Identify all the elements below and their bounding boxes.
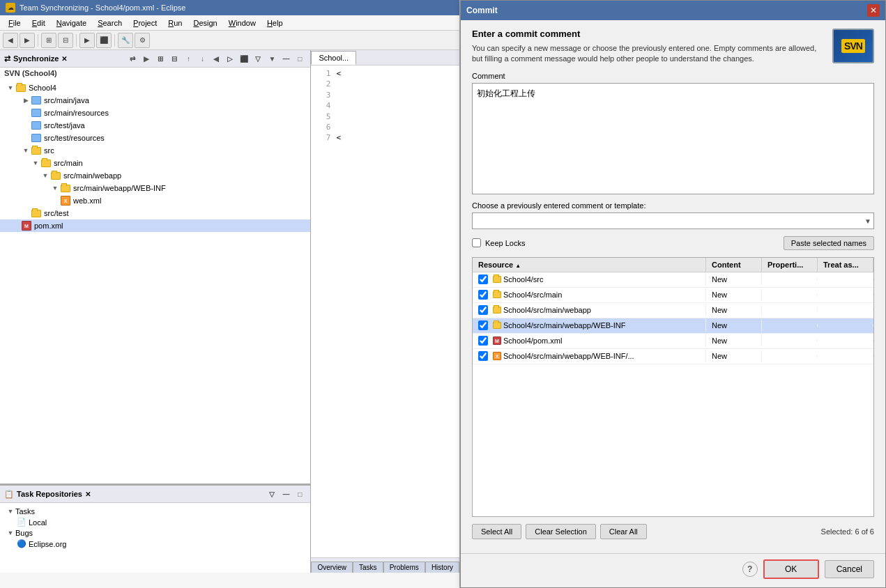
menu-help[interactable]: Help [261,17,289,29]
table-row[interactable]: X School4/src/main/webapp/WEB-INF/... Ne… [473,349,873,364]
menu-file[interactable]: File [3,17,26,29]
tree-folder-icon-st [31,208,42,219]
tree-item-src-main[interactable]: ▼ src/main [0,157,310,169]
template-dropdown[interactable] [472,212,874,229]
tree-toggle-src[interactable]: ▼ [21,146,31,155]
toolbar-btn-2[interactable]: ▶ [20,33,35,48]
task-item-bugs[interactable]: ▼ Bugs [3,527,307,539]
cancel-button[interactable]: Cancel [825,560,874,578]
keep-locks-label[interactable]: Keep Locks [472,238,525,247]
row4-checkbox[interactable] [478,320,488,330]
sync-toolbar-collapse[interactable]: ▽ [252,52,264,65]
sync-toolbar-min[interactable]: — [280,52,292,65]
sync-toolbar-btn3[interactable]: ⊞ [154,52,167,65]
tree-item-src-test-res[interactable]: src/test/resources [0,132,310,144]
clear-all-button[interactable]: Clear All [600,524,647,539]
table-row[interactable]: School4/src/main New [473,288,873,303]
task-toggle-bugs[interactable]: ▼ [6,528,15,538]
tree-item-src-test[interactable]: src/test [0,207,310,219]
tree-folder-icon-webapp [50,170,61,181]
row2-folder-icon [493,291,501,298]
menu-project[interactable]: Project [128,17,162,29]
table-row[interactable]: School4/src New [473,272,873,288]
toolbar-btn-7[interactable]: 🔧 [118,33,133,48]
row5-checkbox[interactable] [478,336,488,346]
toolbar-btn-1[interactable]: ◀ [3,33,18,48]
tree-item-src-test-java[interactable]: src/test/java [0,119,310,132]
sync-tree-view[interactable]: ▼ School4 ▶ src/main/java src/main/resou… [0,79,310,483]
table-row[interactable]: School4/src/main/webapp/WEB-INF New [473,318,873,334]
sync-close-btn[interactable]: ✕ [61,55,67,63]
sync-toolbar-btn1[interactable]: ⇄ [126,52,139,65]
sync-toolbar-menu[interactable]: ▼ [266,52,278,65]
task-icon-local: 📄 [17,518,26,527]
table-row[interactable]: School4/src/main/webapp New [473,303,873,318]
task-repo-btn1[interactable]: ▽ [266,488,278,500]
toolbar-btn-5[interactable]: ▶ [79,33,95,48]
tree-item-webapp[interactable]: ▼ src/main/webapp [0,169,310,182]
toolbar-btn-4[interactable]: ⊟ [58,33,73,48]
tree-toggle-sm[interactable]: ▼ [31,158,40,168]
task-icon-eclipse: 🔵 [17,539,26,548]
menu-run[interactable]: Run [162,17,188,29]
sync-toolbar-btn5[interactable]: ↑ [182,52,194,65]
ok-button[interactable]: OK [763,559,819,579]
toolbar-btn-3[interactable]: ⊞ [41,33,56,48]
task-repo-tree[interactable]: ▼ Tasks 📄 Local ▼ Bugs 🔵 Eclipse.org [0,503,310,573]
tree-toggle-webapp[interactable]: ▼ [40,171,50,180]
tab-history[interactable]: History [425,562,459,573]
task-repo-btn2[interactable]: — [280,488,292,500]
select-all-button[interactable]: Select All [472,524,521,539]
menu-edit[interactable]: Edit [26,17,51,29]
tree-toggle-smj[interactable]: ▶ [21,95,31,105]
tree-toggle-school4[interactable]: ▼ [6,83,15,93]
eclipse-titlebar: ☁ Team Synchronizing - School4/pom.xml -… [0,0,459,15]
task-toggle-tasks[interactable]: ▼ [6,506,15,516]
editor-tab-school[interactable]: School... [311,51,356,65]
tree-item-src[interactable]: ▼ src [0,144,310,157]
task-repo-close[interactable]: ✕ [85,490,91,498]
sync-toolbar-btn4[interactable]: ⊟ [168,52,181,65]
clear-selection-button[interactable]: Clear Selection [526,524,596,539]
tab-problems[interactable]: Problems [383,562,425,573]
tree-item-src-main-java[interactable]: ▶ src/main/java [0,94,310,107]
dialog-close-button[interactable]: ✕ [867,4,880,17]
task-repo-btn3[interactable]: □ [293,488,306,500]
paste-selected-names-button[interactable]: Paste selected names [784,236,874,250]
task-item-tasks[interactable]: ▼ Tasks [3,506,307,517]
menu-navigate[interactable]: Navigate [51,17,92,29]
help-button[interactable]: ? [742,562,758,577]
toolbar-btn-8[interactable]: ⚙ [135,33,150,48]
sync-toolbar-btn7[interactable]: ◀ [210,52,222,65]
row1-checkbox[interactable] [478,274,488,284]
sync-toolbar-btn8[interactable]: ▷ [224,52,236,65]
task-item-local[interactable]: 📄 Local [3,517,307,527]
tree-label-pom: pom.xml [34,222,63,230]
sync-toolbar-btn9[interactable]: ⬛ [238,52,250,65]
menu-window[interactable]: Window [223,17,261,29]
tree-toggle-webinf[interactable]: ▼ [50,183,60,193]
tree-item-webinf[interactable]: ▼ src/main/webapp/WEB-INF [0,182,310,194]
table-row[interactable]: M School4/pom.xml New [473,334,873,349]
tree-item-pomxml[interactable]: M pom.xml [0,219,310,232]
tab-overview[interactable]: Overview [311,562,353,573]
tree-item-school4[interactable]: ▼ School4 [0,82,310,94]
row3-checkbox[interactable] [478,305,488,315]
sync-toolbar-max[interactable]: □ [293,52,306,65]
sync-toolbar-btn6[interactable]: ↓ [196,52,208,65]
sync-toolbar-btn2[interactable]: ▶ [140,52,153,65]
tree-item-src-main-res[interactable]: src/main/resources [0,107,310,119]
row2-properties [762,293,818,296]
row6-checkbox[interactable] [478,351,488,361]
dialog-body: Enter a commit comment You can specify a… [461,20,885,553]
menu-design[interactable]: Design [188,17,222,29]
menu-search[interactable]: Search [92,17,128,29]
comment-textarea[interactable]: 初始化工程上传 [472,83,874,194]
task-item-eclipse[interactable]: 🔵 Eclipse.org [3,539,307,549]
row2-checkbox[interactable] [478,290,488,300]
tab-tasks[interactable]: Tasks [353,562,383,573]
toolbar-btn-6[interactable]: ⬛ [96,33,112,48]
tree-item-webxml[interactable]: X web.xml [0,194,310,207]
keep-locks-checkbox[interactable] [472,238,481,247]
toolbar-sep-3 [114,34,115,47]
